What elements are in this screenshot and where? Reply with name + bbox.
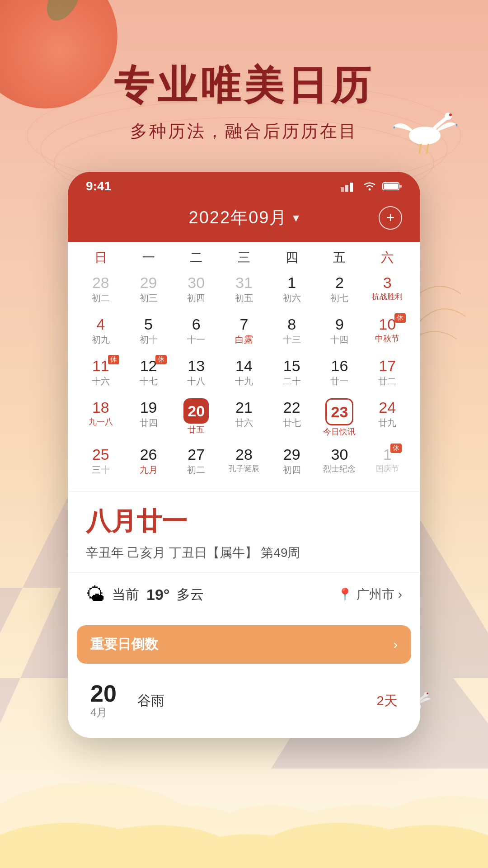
calendar-day-1-oct[interactable]: 1 休 国庆节 [363, 442, 411, 482]
calendar-day-22[interactable]: 22 廿七 [268, 395, 316, 441]
countdown-event-name: 谷雨 [137, 692, 366, 710]
svg-rect-25 [341, 187, 344, 192]
add-event-button[interactable]: + [379, 206, 402, 230]
location-arrow: › [398, 587, 402, 602]
calendar-day-18[interactable]: 18 九一八 [77, 395, 125, 441]
calendar-day-21[interactable]: 21 廿六 [220, 395, 268, 441]
countdown-item[interactable]: 20 4月 谷雨 2天 [77, 671, 411, 731]
status-icons [341, 181, 402, 192]
calendar-day-26[interactable]: 26 九月 [125, 442, 173, 482]
calendar-day-16[interactable]: 16 廿一 [316, 353, 364, 394]
weekday-mon: 一 [125, 249, 173, 266]
calendar-day-29-aug[interactable]: 29 初三 [125, 270, 173, 311]
calendar-day-8[interactable]: 8 十三 [268, 311, 316, 352]
calendar-day-1[interactable]: 1 初六 [268, 270, 316, 311]
weather-condition: 多云 [177, 585, 204, 604]
status-bar: 9:41 [68, 172, 420, 199]
weather-location[interactable]: 📍 广州市 › [337, 586, 402, 603]
calendar-day-20-today[interactable]: 20 廿五 [172, 395, 220, 441]
calendar-day-23-selected[interactable]: 23 今日快讯 [316, 395, 364, 441]
countdown-month: 4月 [90, 705, 127, 720]
calendar-day-28-aug[interactable]: 28 初二 [77, 270, 125, 311]
calendar-day-7[interactable]: 7 白露 [220, 311, 268, 352]
weekday-sun: 日 [77, 249, 125, 266]
countdown-panel[interactable]: 重要日倒数 › [77, 625, 411, 664]
phone-mockup: 9:41 2022年09月 ▾ + [68, 172, 420, 738]
header-section: 专业唯美日历 多种历法，融合后历历在目 [0, 59, 488, 143]
calendar-day-12[interactable]: 12 休 十七 [125, 353, 173, 394]
week-headers: 日 一 二 三 四 五 六 [77, 242, 411, 270]
app-subtitle: 多种历法，融合后历历在目 [0, 120, 488, 143]
calendar-day-25[interactable]: 25 三十 [77, 442, 125, 482]
svg-point-34 [427, 693, 428, 694]
countdown-title: 重要日倒数 [90, 635, 158, 654]
calendar-day-11[interactable]: 11 休 十六 [77, 353, 125, 394]
countdown-arrow: › [394, 637, 398, 652]
svg-line-24 [427, 144, 428, 154]
calendar-day-31-aug[interactable]: 31 初五 [220, 270, 268, 311]
wifi-icon [362, 181, 377, 192]
calendar-day-13[interactable]: 13 十八 [172, 353, 220, 394]
status-time: 9:41 [86, 179, 111, 193]
calendar-day-9[interactable]: 9 十四 [316, 311, 364, 352]
calendar-day-28[interactable]: 28 孔子诞辰 [220, 442, 268, 482]
calendar-day-27[interactable]: 27 初二 [172, 442, 220, 482]
calendar-day-6[interactable]: 6 十一 [172, 311, 220, 352]
weather-panel[interactable]: 🌤 当前 19° 多云 📍 广州市 › [68, 572, 420, 616]
svg-rect-26 [345, 185, 348, 192]
svg-rect-31 [384, 184, 398, 189]
countdown-days-remaining: 2天 [376, 692, 398, 710]
weekday-thu: 四 [268, 249, 316, 266]
calendar-day-30-aug[interactable]: 30 初四 [172, 270, 220, 311]
countdown-date: 20 4月 [90, 682, 127, 720]
svg-line-23 [419, 144, 421, 154]
calendar-day-4[interactable]: 4 初九 [77, 311, 125, 352]
svg-point-28 [369, 189, 371, 191]
signal-icon [341, 181, 357, 192]
countdown-day-number: 20 [90, 682, 127, 705]
calendar-day-19[interactable]: 19 廿四 [125, 395, 173, 441]
lunar-info-panel: 八月廿一 辛丑年 己亥月 丁丑日【属牛】 第49周 [68, 491, 420, 572]
calendar-days: 28 初二 29 初三 30 初四 31 初五 1 初六 2 初七 [77, 270, 411, 482]
weekday-wed: 三 [220, 249, 268, 266]
svg-rect-30 [399, 185, 402, 188]
calendar-grid: 日 一 二 三 四 五 六 28 初二 29 初三 30 初四 31 [68, 242, 420, 491]
calendar-day-3[interactable]: 3 抗战胜利 [363, 270, 411, 311]
calendar-day-5[interactable]: 5 初十 [125, 311, 173, 352]
weather-current-label: 当前 [112, 585, 139, 604]
calendar-day-24[interactable]: 24 廿九 [363, 395, 411, 441]
svg-rect-27 [350, 183, 353, 192]
calendar-month-title[interactable]: 2022年09月 [189, 206, 288, 229]
weather-temperature: 19° [146, 586, 169, 604]
lunar-date-display: 八月廿一 [86, 505, 402, 539]
calendar-day-10[interactable]: 10 休 中秋节 [363, 311, 411, 352]
app-title: 专业唯美日历 [0, 59, 488, 113]
city-name: 广州市 [357, 586, 394, 603]
location-icon: 📍 [337, 587, 353, 602]
calendar-day-17[interactable]: 17 廿二 [363, 353, 411, 394]
weather-info-left: 🌤 当前 19° 多云 [86, 584, 204, 605]
calendar-day-29[interactable]: 29 初四 [268, 442, 316, 482]
calendar-day-15[interactable]: 15 二十 [268, 353, 316, 394]
calendar-day-2[interactable]: 2 初七 [316, 270, 364, 311]
weekday-sat: 六 [363, 249, 411, 266]
weekday-tue: 二 [172, 249, 220, 266]
weekday-fri: 五 [316, 249, 364, 266]
lunar-detail-text: 辛丑年 己亥月 丁丑日【属牛】 第49周 [86, 544, 402, 561]
calendar-day-30[interactable]: 30 烈士纪念 [316, 442, 364, 482]
calendar-day-14[interactable]: 14 十九 [220, 353, 268, 394]
battery-icon [382, 181, 402, 192]
svg-point-19 [40, 0, 86, 26]
calendar-header: 2022年09月 ▾ + [68, 199, 420, 242]
weather-icon: 🌤 [86, 584, 105, 605]
month-dropdown-arrow[interactable]: ▾ [293, 210, 299, 225]
